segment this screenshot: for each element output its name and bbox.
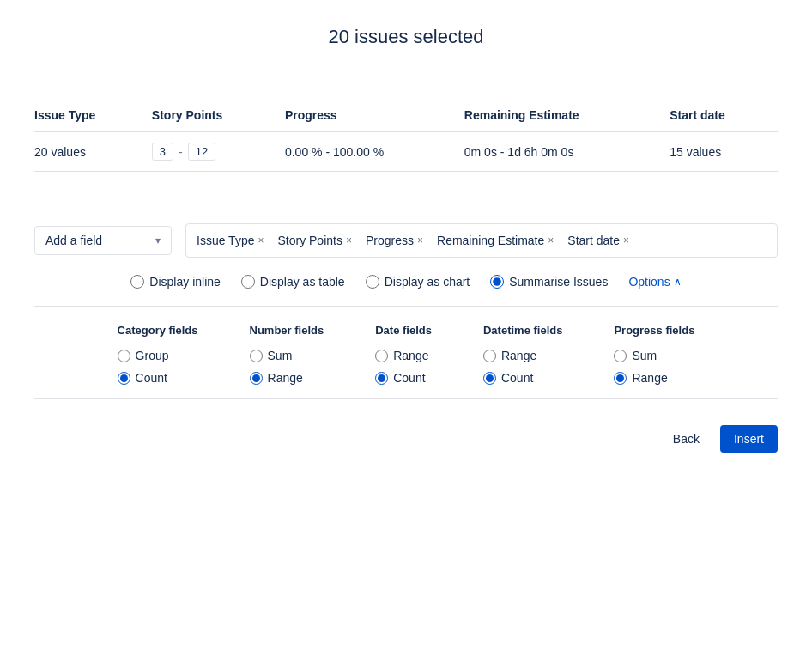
radio-label-display-chart: Display as chart bbox=[385, 275, 470, 289]
col-header-remaining-estimate: Remaining Estimate bbox=[464, 100, 670, 131]
radio-input-sum-progress[interactable] bbox=[614, 350, 627, 362]
add-field-dropdown[interactable]: Add a field ▾ bbox=[34, 226, 172, 255]
radio-label-sum-progress: Sum bbox=[632, 349, 657, 362]
option-radio-range-datetime[interactable]: Range bbox=[483, 349, 562, 362]
option-radio-range-date[interactable]: Range bbox=[375, 349, 432, 362]
tag-start-date: Start date × bbox=[567, 234, 629, 247]
radio-summarise-issues[interactable]: Summarise Issues bbox=[490, 275, 608, 289]
options-link[interactable]: Options ∧ bbox=[628, 275, 681, 289]
option-column-datetime: Datetime fields Range Count bbox=[483, 324, 562, 385]
table-section: Issue Type Story Points Progress Remaini… bbox=[34, 100, 778, 172]
tag-progress: Progress × bbox=[366, 234, 423, 247]
tag-close-remaining-estimate[interactable]: × bbox=[548, 234, 554, 246]
back-button[interactable]: Back bbox=[659, 425, 713, 453]
cell-progress: 0.00 % - 100.00 % bbox=[285, 131, 464, 172]
chevron-down-icon: ▾ bbox=[155, 234, 161, 246]
option-radio-range-progress[interactable]: Range bbox=[614, 371, 694, 385]
radio-label-sum-num: Sum bbox=[268, 349, 293, 362]
options-panel: Category fields Group Count Number field… bbox=[34, 306, 778, 399]
col-header-progress: Progress bbox=[285, 100, 464, 131]
display-options-row: Display inline Display as table Display … bbox=[34, 275, 778, 289]
radio-display-chart[interactable]: Display as chart bbox=[366, 275, 470, 289]
cell-start-date: 15 values bbox=[670, 131, 778, 172]
cell-issue-type: 20 values bbox=[34, 131, 152, 172]
range-dash: - bbox=[179, 145, 183, 159]
option-radio-range-num[interactable]: Range bbox=[250, 371, 324, 385]
radio-input-display-inline[interactable] bbox=[130, 275, 144, 289]
radio-input-group[interactable] bbox=[118, 350, 130, 362]
radio-label-display-inline: Display inline bbox=[149, 275, 220, 289]
data-table: Issue Type Story Points Progress Remaini… bbox=[34, 100, 778, 172]
radio-input-display-chart[interactable] bbox=[366, 275, 379, 289]
radio-input-range-date[interactable] bbox=[375, 350, 388, 362]
option-column-category: Category fields Group Count bbox=[118, 324, 198, 385]
story-points-min: 3 bbox=[152, 143, 173, 161]
tag-label-progress: Progress bbox=[366, 234, 414, 247]
radio-label-range-progress: Range bbox=[632, 371, 667, 385]
option-radio-sum-progress[interactable]: Sum bbox=[614, 349, 694, 362]
option-radio-count-date[interactable]: Count bbox=[375, 371, 432, 385]
radio-input-summarise-issues[interactable] bbox=[490, 275, 504, 289]
option-radio-count-cat[interactable]: Count bbox=[118, 371, 198, 385]
page-container: 20 issues selected Issue Type Story Poin… bbox=[0, 17, 812, 478]
tag-close-progress[interactable]: × bbox=[417, 234, 423, 246]
radio-input-range-progress[interactable] bbox=[614, 372, 627, 385]
radio-label-count-date: Count bbox=[393, 371, 425, 385]
tag-close-story-points[interactable]: × bbox=[346, 234, 352, 246]
radio-display-table[interactable]: Display as table bbox=[241, 275, 345, 289]
cell-remaining-estimate: 0m 0s - 1d 6h 0m 0s bbox=[464, 131, 670, 172]
option-col-title-datetime: Datetime fields bbox=[483, 324, 562, 337]
radio-label-display-table: Display as table bbox=[260, 275, 345, 289]
radio-input-range-num[interactable] bbox=[250, 372, 263, 385]
option-col-title-number: Number fields bbox=[250, 324, 324, 337]
radio-input-count-datetime[interactable] bbox=[483, 372, 496, 385]
radio-input-sum-num[interactable] bbox=[250, 350, 263, 362]
tag-remaining-estimate: Remaining Estimate × bbox=[437, 234, 554, 247]
col-header-story-points: Story Points bbox=[152, 100, 285, 131]
add-field-label: Add a field bbox=[45, 234, 102, 247]
tag-label-remaining-estimate: Remaining Estimate bbox=[437, 234, 544, 247]
radio-input-count-cat[interactable] bbox=[118, 372, 130, 385]
table-row: 20 values 3 - 12 0.00 % - 100.00 % 0m 0s… bbox=[34, 131, 778, 172]
radio-display-inline[interactable]: Display inline bbox=[130, 275, 220, 289]
tag-close-issue-type[interactable]: × bbox=[258, 234, 264, 246]
col-header-start-date: Start date bbox=[670, 100, 778, 131]
col-header-issue-type: Issue Type bbox=[34, 100, 152, 131]
radio-label-range-num: Range bbox=[268, 371, 303, 385]
option-radio-count-datetime[interactable]: Count bbox=[483, 371, 562, 385]
radio-label-count-datetime: Count bbox=[501, 371, 533, 385]
option-col-title-date: Date fields bbox=[375, 324, 432, 337]
tag-label-issue-type: Issue Type bbox=[197, 234, 254, 247]
radio-input-display-table[interactable] bbox=[241, 275, 255, 289]
radio-label-count-cat: Count bbox=[136, 371, 167, 385]
tag-close-start-date[interactable]: × bbox=[623, 234, 629, 246]
option-column-progress: Progress fields Sum Range bbox=[614, 324, 694, 385]
options-grid: Category fields Group Count Number field… bbox=[34, 324, 778, 385]
field-row: Add a field ▾ Issue Type × Story Points … bbox=[34, 223, 778, 258]
tag-label-start-date: Start date bbox=[567, 234, 620, 247]
radio-label-summarise-issues: Summarise Issues bbox=[509, 275, 608, 289]
insert-button[interactable]: Insert bbox=[720, 425, 778, 453]
radio-input-count-date[interactable] bbox=[375, 372, 388, 385]
option-col-title-category: Category fields bbox=[118, 324, 198, 337]
footer-buttons: Back Insert bbox=[34, 417, 778, 453]
controls-section: Add a field ▾ Issue Type × Story Points … bbox=[34, 223, 778, 453]
tags-container: Issue Type × Story Points × Progress × R… bbox=[185, 223, 778, 258]
tag-story-points: Story Points × bbox=[277, 234, 352, 247]
radio-label-group: Group bbox=[136, 349, 169, 362]
option-column-date: Date fields Range Count bbox=[375, 324, 432, 385]
radio-label-range-date: Range bbox=[393, 349, 428, 362]
chevron-up-icon: ∧ bbox=[674, 276, 682, 288]
option-radio-group[interactable]: Group bbox=[118, 349, 198, 362]
story-points-range: 3 - 12 bbox=[152, 143, 275, 161]
tag-issue-type: Issue Type × bbox=[197, 234, 264, 247]
story-points-max: 12 bbox=[188, 143, 215, 161]
options-link-label: Options bbox=[628, 275, 670, 289]
radio-input-range-datetime[interactable] bbox=[483, 350, 496, 362]
page-title: 20 issues selected bbox=[329, 26, 484, 48]
option-radio-sum-num[interactable]: Sum bbox=[250, 349, 324, 362]
table-header-row: Issue Type Story Points Progress Remaini… bbox=[34, 100, 778, 131]
option-col-title-progress: Progress fields bbox=[614, 324, 694, 337]
tag-label-story-points: Story Points bbox=[277, 234, 342, 247]
radio-label-range-datetime: Range bbox=[501, 349, 536, 362]
